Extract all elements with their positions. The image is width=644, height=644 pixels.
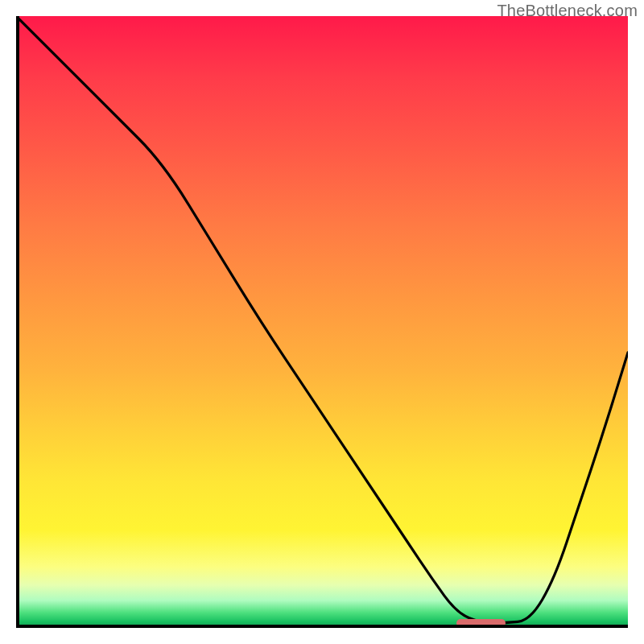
bottleneck-curve [16, 16, 628, 623]
watermark: TheBottleneck.com [497, 2, 638, 20]
axis-y [16, 16, 19, 628]
curve-layer [16, 16, 628, 628]
axis-x [16, 625, 628, 628]
